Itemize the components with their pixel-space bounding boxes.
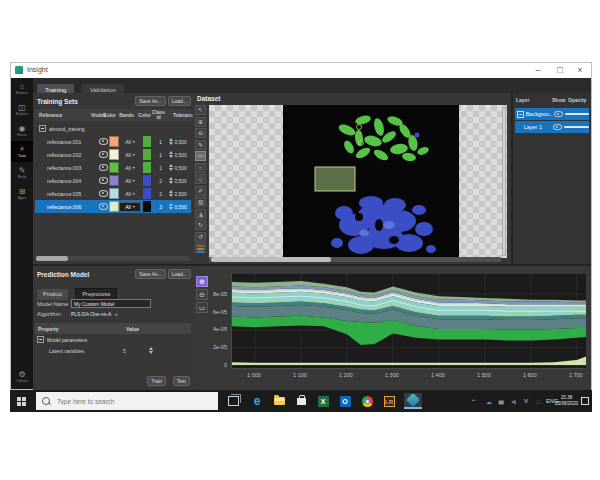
tray-speaker-icon[interactable]: ⊲ <box>511 390 516 412</box>
taskbar-insight-active-icon[interactable] <box>404 393 422 409</box>
expander-icon[interactable] <box>517 111 524 118</box>
layer-row-layer1[interactable]: Layer 1 <box>515 121 589 133</box>
training-save-as-button[interactable]: Save As... <box>135 96 166 106</box>
sidebar-item-apps[interactable]: ⊞ Apps <box>11 183 33 204</box>
opacity-slider[interactable] <box>565 113 589 115</box>
table-row[interactable]: reflectance.005 All▾ 2 0,500 <box>35 187 191 200</box>
rotate-cw-tool[interactable]: ↻ <box>195 220 206 230</box>
layer-visible-eye-icon[interactable] <box>553 124 562 131</box>
polygon-select-tool[interactable]: ◇ <box>195 174 206 184</box>
tray-defender-icon[interactable]: V <box>524 390 528 412</box>
tray-clock[interactable]: 15.38 25/06/2020 <box>555 395 578 406</box>
tray-chevron-up-icon[interactable]: ⌃ <box>471 390 476 412</box>
bands-dropdown[interactable]: All▾ <box>119 191 141 197</box>
visible-eye-icon[interactable] <box>99 190 108 197</box>
maximize-button[interactable]: □ <box>553 64 567 76</box>
taskbar-outlook-icon[interactable]: O <box>336 393 354 409</box>
table-row[interactable]: reflectance.003 All▾ 1 0,500 <box>35 161 191 174</box>
tab-product[interactable]: Product <box>37 289 68 300</box>
tray-folder-icon[interactable]: ▤ <box>498 390 504 412</box>
visible-eye-icon[interactable] <box>99 203 108 210</box>
tray-network-icon[interactable]: ∴ <box>536 390 540 412</box>
start-button[interactable] <box>12 393 30 409</box>
bands-dropdown[interactable]: All▾ <box>119 165 141 171</box>
search-input[interactable] <box>55 397 199 406</box>
visible-eye-icon[interactable] <box>99 151 108 158</box>
bands-dropdown[interactable]: All▾ <box>119 178 141 184</box>
taskbar-chrome-icon[interactable] <box>358 393 376 409</box>
tolerance-spinner[interactable] <box>169 190 173 197</box>
opacity-slider[interactable] <box>564 126 589 128</box>
tolerance-spinner[interactable] <box>169 177 173 184</box>
sidebar-item-options[interactable]: ⚙ Options <box>11 366 33 387</box>
class-color-swatch[interactable] <box>143 201 151 212</box>
table-row[interactable]: reflectance.004 All▾ 2 0,500 <box>35 174 191 187</box>
taskbar-edge-icon[interactable]: e <box>248 393 266 409</box>
taskbar-file-explorer-icon[interactable] <box>270 393 288 409</box>
vertical-scrollbar[interactable] <box>502 107 506 256</box>
tolerance-spinner[interactable] <box>169 138 173 145</box>
class-color-swatch[interactable] <box>143 136 151 147</box>
layer-visible-eye-icon[interactable] <box>554 111 563 118</box>
taskbar-lightroom-icon[interactable]: LR <box>380 393 398 409</box>
tolerance-spinner[interactable] <box>169 151 173 158</box>
pointer-tool[interactable]: ↖ <box>195 105 206 115</box>
rotate-ccw-tool[interactable]: ↺ <box>195 232 206 242</box>
action-center-icon[interactable] <box>581 397 589 405</box>
table-group-row[interactable]: almond_training <box>35 122 191 135</box>
rectangle-select-tool[interactable]: ▭ <box>195 151 206 161</box>
sidebar-item-explore[interactable]: ◫ Explore <box>11 99 33 120</box>
taskbar-search[interactable] <box>36 392 218 410</box>
algorithm-dropdown[interactable]: PLS-DA One-vs-A <box>71 311 111 317</box>
task-view-button[interactable] <box>224 393 242 409</box>
class-color-swatch[interactable] <box>143 162 151 173</box>
pen-tool[interactable]: ✎ <box>195 140 206 150</box>
class-color-swatch[interactable] <box>143 188 151 199</box>
flip-tool[interactable]: ◮ <box>195 209 206 219</box>
color-swatch[interactable] <box>109 175 119 186</box>
image-canvas[interactable] <box>209 105 507 258</box>
table-row[interactable]: reflectance.002 All▾ 1 0,500 <box>35 148 191 161</box>
training-load-button[interactable]: Load... <box>168 96 191 106</box>
table-row[interactable]: reflectance.001 All▾ 1 0,500 <box>35 135 191 148</box>
taskbar-excel-icon[interactable]: X <box>314 393 332 409</box>
horizontal-scrollbar[interactable] <box>209 257 501 262</box>
collapse-icon[interactable] <box>37 336 44 343</box>
sidebar-item-train[interactable]: ⚡ Train <box>11 141 33 162</box>
test-button[interactable]: Test <box>173 376 190 386</box>
color-swatch[interactable] <box>109 201 119 212</box>
horizontal-scrollbar[interactable] <box>36 256 190 261</box>
minimize-button[interactable]: – <box>531 64 545 76</box>
class-color-swatch[interactable] <box>143 149 151 160</box>
sidebar-item-build[interactable]: ✎ Build <box>11 162 33 183</box>
model-name-input[interactable]: My Custom Model <box>71 299 151 308</box>
histogram-tool[interactable]: ▥ <box>195 197 206 207</box>
visible-eye-icon[interactable] <box>99 138 108 145</box>
rgb-bands-tool[interactable] <box>195 243 206 253</box>
color-swatch[interactable] <box>109 162 119 173</box>
ellipse-select-tool[interactable]: ○ <box>195 163 206 173</box>
tray-onedrive-icon[interactable]: ☁ <box>486 390 492 412</box>
close-button[interactable]: × <box>573 64 587 76</box>
sidebar-item-focus[interactable]: ◉ Focus <box>11 120 33 141</box>
tolerance-spinner[interactable] <box>169 203 173 210</box>
color-swatch[interactable] <box>109 149 119 160</box>
brush-tool[interactable]: ✐ <box>195 186 206 196</box>
visible-eye-icon[interactable] <box>99 164 108 171</box>
class-color-swatch[interactable] <box>143 175 151 186</box>
train-button[interactable]: Train <box>147 376 166 386</box>
layer-row-background[interactable]: Backgrou... <box>515 108 589 120</box>
latent-variables-spinner[interactable] <box>149 347 153 354</box>
tolerance-spinner[interactable] <box>169 164 173 171</box>
table-row-selected[interactable]: reflectance.006 All▾ 3 0,500 <box>35 200 191 213</box>
bands-dropdown[interactable]: All▾ <box>119 202 141 212</box>
sidebar-item-browse[interactable]: ⌂ Browse <box>11 78 33 99</box>
bands-dropdown[interactable]: All▾ <box>119 139 141 145</box>
zoom-in-tool[interactable]: ⊕ <box>195 117 206 127</box>
visible-eye-icon[interactable] <box>99 177 108 184</box>
prediction-save-as-button[interactable]: Save As... <box>135 269 166 279</box>
bands-dropdown[interactable]: All▾ <box>119 152 141 158</box>
color-swatch[interactable] <box>109 136 119 147</box>
prediction-load-button[interactable]: Load... <box>168 269 191 279</box>
color-swatch[interactable] <box>109 188 119 199</box>
